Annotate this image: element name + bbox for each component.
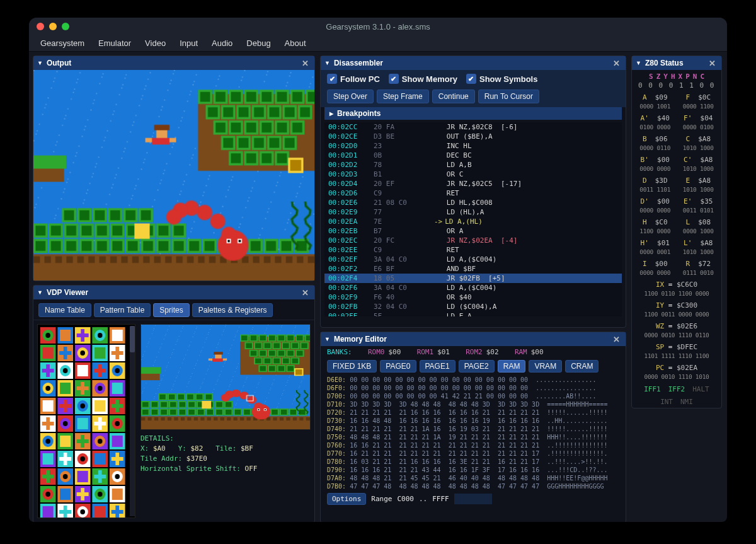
disasm-checks: ✔Follow PC✔Show Memory✔Show Symbols [321,70,626,88]
disasm-row[interactable]: 00:02F9F6 40 OR $40 [324,292,622,302]
output-panel: ▼ Output ✕ [33,55,315,281]
disasm-row[interactable]: 00:02D3B1 OR C [324,170,622,179]
mem-header[interactable]: ▼ Memory Editor ✕ [321,332,626,346]
sprite-details: DETAILS: X: $A0 Y: $82 Tile: $BF Tile Ad… [140,434,311,474]
disasm-row[interactable]: 00:02D10B DEC BC [324,151,622,160]
app-window: Gearsystem 3.1.0 - alex.sms GearsystemEm… [29,18,727,522]
mem-tabs: FIXED 1KBPAGE0PAGE1PAGE2RAMVRAMCRAM [321,358,626,376]
disasm-row[interactable]: 00:02EC20 FC JR NZ,$02EA [-4] [324,236,622,245]
close-icon[interactable]: ✕ [707,59,718,68]
checkbox-icon: ✔ [389,74,399,84]
menu-about[interactable]: About [278,37,312,50]
disasm-row[interactable]: 00:02E977 LD (HL),A [324,207,622,217]
mem-tab[interactable]: VRAM [529,360,562,373]
minimize-window-icon[interactable] [49,23,57,30]
triangle-down-icon: ▼ [37,60,43,66]
check-show-memory[interactable]: ✔Show Memory [389,74,457,84]
step-frame-button[interactable]: Step Frame [377,90,429,103]
disasm-title: Disassembler [334,59,383,67]
disasm-row[interactable]: 00:02EEC9 RET [324,245,622,255]
menu-audio[interactable]: Audio [205,37,239,50]
disasm-row[interactable]: 00:02F2E6 BF AND $BF [324,264,622,274]
triangle-down-icon: ▼ [324,336,330,342]
mem-tab[interactable]: RAM [498,360,526,373]
disasm-header[interactable]: ▼ Disassembler ✕ [321,56,626,70]
check-follow-pc[interactable]: ✔Follow PC [327,74,380,84]
range-input[interactable] [454,494,492,504]
titlebar: Gearsystem 3.1.0 - alex.sms [29,18,727,35]
disasm-row[interactable]: 00:02EA7E ->LD A,(HL) [324,217,622,226]
disasm-row[interactable]: 00:02D278 LD A,B [324,160,622,170]
mem-footer: Options Range C000..FFFF [321,490,626,507]
checkbox-icon: ✔ [466,74,476,84]
mem-tab[interactable]: FIXED 1KB [327,360,377,373]
memory-editor-panel: ▼ Memory Editor ✕ BANKS: ROM0 $00 ROM1 $… [320,332,626,522]
z80-title: Z80 Status [645,59,684,67]
menu-input[interactable]: Input [173,37,204,50]
disasm-row[interactable]: 00:02D420 EF JR NZ,$02C5 [-17] [324,179,622,188]
disasm-row[interactable]: 00:02E621 08 C0 LD HL,$C008 [324,198,622,207]
mem-tab[interactable]: PAGE1 [420,360,455,373]
vdp-preview-canvas [140,324,311,430]
disasm-row[interactable]: 00:02FB32 04 C0 LD ($C004),A [324,302,622,311]
vdp-title: VDP Viewer [47,288,88,297]
close-icon[interactable]: ✕ [611,335,622,344]
disasm-row[interactable]: 00:02EBB7 OR A [324,226,622,236]
disasm-list[interactable]: 00:02CC20 FA JR NZ,$02C8 [-6]00:02CED3 B… [324,122,622,316]
menu-video[interactable]: Video [139,37,172,50]
mem-title: Memory Editor [334,335,387,344]
window-title: Gearsystem 3.1.0 - alex.sms [35,22,721,32]
vdp-tab[interactable]: Name Table [38,303,91,317]
disasm-row[interactable]: 00:02FE5F LD E,A [324,311,622,316]
disasm-row[interactable]: 00:02F63A 04 C0 LD A,($C004) [324,283,622,292]
breakpoints-header[interactable]: ▶ Breakpoints [324,107,622,120]
disasm-row[interactable]: 00:02D6C9 RET [324,188,622,198]
checkbox-icon: ✔ [327,74,337,84]
continue-button[interactable]: Continue [432,90,475,103]
close-window-icon[interactable] [37,23,44,30]
run-to-cursor-button[interactable]: Run To Cursor [478,90,539,103]
scrollbar-thumb[interactable] [130,326,135,352]
mem-hex-view[interactable]: D6E0: 00 00 00 00 00 00 00 00 00 00 00 0… [321,376,626,490]
disassembler-panel: ▼ Disassembler ✕ ✔Follow PC✔Show Memory✔… [320,55,626,328]
output-title: Output [47,59,71,67]
range-hi: FFFF [432,495,449,503]
step-over-button[interactable]: Step Over [327,90,374,103]
menu-emulator[interactable]: Emulator [92,37,137,50]
disasm-row[interactable]: 00:02CC20 FA JR NZ,$02C8 [-6] [324,122,622,132]
game-output-canvas [33,70,314,281]
sprite-list[interactable] [37,324,135,518]
mem-tab[interactable]: PAGE0 [380,360,416,373]
banks-line: BANKS: ROM0 $00 ROM1 $01 ROM2 $02 RAM $0… [321,346,626,358]
disasm-buttons: Step OverStep FrameContinueRun To Cursor [321,88,626,107]
range-label: Range [371,495,392,503]
vdp-tab[interactable]: Pattern Table [94,303,151,317]
vdp-header[interactable]: ▼ VDP Viewer ✕ [33,286,314,299]
output-header[interactable]: ▼ Output ✕ [33,56,314,70]
disasm-row[interactable]: 00:02EF3A 04 C0 LD A,($C004) [324,255,622,264]
menu-debug[interactable]: Debug [240,37,277,50]
close-icon[interactable]: ✕ [611,59,622,68]
disasm-row[interactable]: 00:02D023 INC HL [324,141,622,151]
close-icon[interactable]: ✕ [300,59,311,68]
disasm-row[interactable]: 00:02CED3 BE OUT ($BE),A [324,132,622,141]
mem-tab[interactable]: PAGE2 [459,360,495,373]
z80-header[interactable]: ▼ Z80 Status ✕ [632,56,721,70]
disasm-row[interactable]: 00:02F418 05 JR $02FB [+5] [324,274,622,283]
mem-tab[interactable]: CRAM [565,360,598,373]
check-show-symbols[interactable]: ✔Show Symbols [466,74,537,84]
menubar: GearsystemEmulatorVideoInputAudioDebugAb… [29,35,727,52]
range-lo: C000 [397,495,414,503]
triangle-down-icon: ▼ [636,60,641,66]
z80-body: SZYHXPNC0 0 0 0 1 1 0 0A $090000 1001F $… [632,70,721,409]
z80-status-panel: ▼ Z80 Status ✕ SZYHXPNC0 0 0 0 1 1 0 0A … [631,55,722,408]
close-icon[interactable]: ✕ [300,288,311,298]
scrollbar[interactable] [130,326,135,516]
options-button[interactable]: Options [327,493,366,505]
triangle-down-icon: ▼ [37,289,43,296]
vdp-tab[interactable]: Palettes & Registers [192,303,273,317]
menu-gearsystem[interactable]: Gearsystem [34,37,91,50]
vdp-tabs: Name TablePattern TableSpritesPalettes &… [33,299,314,320]
vdp-tab[interactable]: Sprites [153,303,189,317]
zoom-window-icon[interactable] [62,23,69,30]
